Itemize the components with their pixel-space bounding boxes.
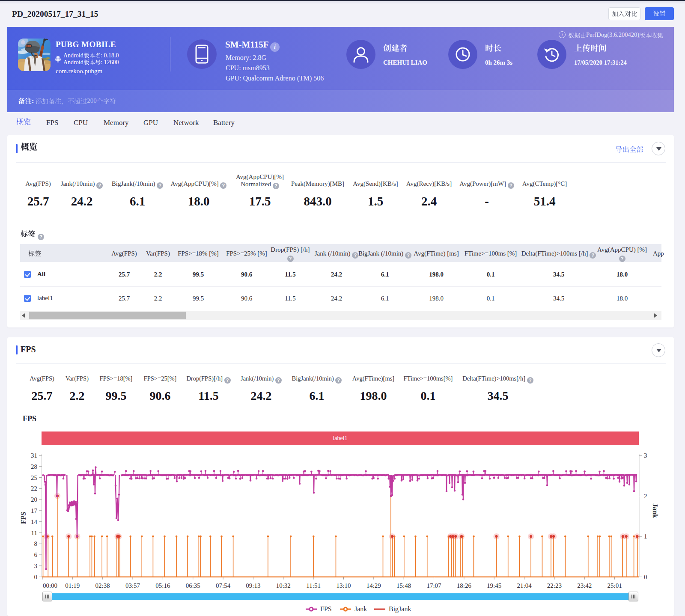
svg-text:17: 17	[31, 507, 38, 514]
svg-text:3: 3	[644, 452, 647, 459]
svg-text:25: 25	[31, 474, 37, 481]
svg-text:22: 22	[31, 485, 37, 492]
svg-text:15:48: 15:48	[396, 582, 411, 589]
svg-text:09:13: 09:13	[246, 582, 260, 589]
svg-text:8: 8	[34, 540, 38, 547]
svg-text:Jank: Jank	[354, 605, 367, 613]
svg-text:FPS: FPS	[320, 605, 332, 613]
svg-text:25:01: 25:01	[608, 582, 622, 589]
svg-text:28: 28	[31, 463, 37, 470]
svg-text:Jank: Jank	[652, 503, 659, 518]
svg-text:13:10: 13:10	[336, 582, 351, 589]
svg-text:06:35: 06:35	[186, 582, 200, 589]
svg-text:0: 0	[34, 574, 38, 580]
svg-text:20: 20	[31, 496, 37, 503]
svg-text:17:07: 17:07	[426, 582, 441, 589]
svg-text:21:04: 21:04	[517, 582, 532, 589]
svg-text:14: 14	[31, 518, 38, 525]
svg-text:11: 11	[31, 530, 37, 536]
svg-text:BigJank: BigJank	[389, 605, 411, 613]
svg-text:03:57: 03:57	[125, 582, 140, 589]
svg-text:02:38: 02:38	[95, 582, 110, 589]
svg-text:00:00: 00:00	[43, 582, 57, 589]
svg-text:0: 0	[644, 574, 647, 580]
svg-text:2: 2	[644, 493, 647, 500]
svg-text:31: 31	[31, 452, 37, 459]
svg-text:FPS: FPS	[20, 512, 27, 524]
svg-text:3: 3	[34, 562, 38, 569]
svg-text:07:54: 07:54	[216, 582, 231, 589]
svg-text:18:26: 18:26	[457, 582, 472, 589]
svg-text:19:45: 19:45	[487, 582, 501, 589]
svg-text:22:23: 22:23	[547, 582, 562, 589]
svg-text:6: 6	[34, 551, 38, 558]
svg-text:11:51: 11:51	[306, 582, 321, 589]
svg-text:05:16: 05:16	[155, 582, 170, 589]
svg-text:14:29: 14:29	[366, 582, 381, 589]
svg-text:01:19: 01:19	[65, 582, 80, 589]
svg-text:23:42: 23:42	[577, 582, 592, 589]
svg-text:1: 1	[644, 533, 647, 540]
svg-text:10:32: 10:32	[276, 582, 291, 589]
